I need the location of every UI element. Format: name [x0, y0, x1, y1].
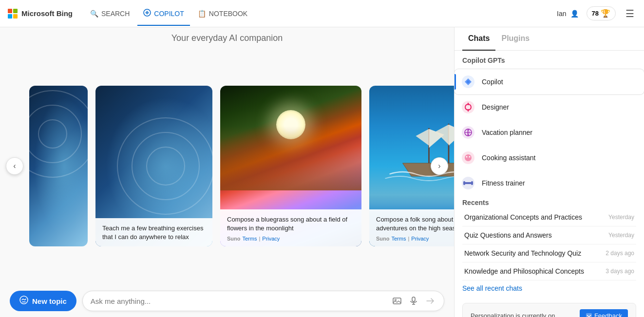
- svg-rect-5: [393, 298, 401, 304]
- gpt-copilot-label: Copilot: [482, 78, 503, 86]
- gpt-item-vacation[interactable]: Vacation planner: [455, 120, 644, 145]
- main-layout: Your everyday AI companion ‹: [0, 27, 644, 317]
- copilot-nav-icon: [143, 9, 151, 18]
- ship-privacy-link[interactable]: Privacy: [411, 236, 429, 242]
- svg-point-4: [20, 296, 28, 304]
- carousel-prev-button[interactable]: ‹: [6, 157, 23, 175]
- recent-item-netsec[interactable]: Network Security and Technology Quiz 2 d…: [462, 244, 636, 262]
- card-ship-text: Compose a folk song about legendary adve…: [376, 215, 454, 233]
- svg-rect-7: [412, 297, 415, 301]
- nav-notebook-label: NOTEBOOK: [209, 10, 247, 18]
- recent-org-time: Yesterday: [608, 214, 634, 221]
- nav-copilot-label: COPILOT: [154, 10, 184, 18]
- sidebar-tabs: Chats Plugins: [455, 27, 644, 51]
- flowers-privacy-link[interactable]: Privacy: [262, 236, 280, 242]
- card-flowers-overlay: Compose a bluegrass song about a field o…: [220, 209, 361, 246]
- carousel-track: Teach me a few breathing exercises that …: [0, 86, 454, 246]
- search-input[interactable]: [91, 297, 387, 305]
- nav-search-label: SEARCH: [101, 10, 130, 18]
- user-section: Ian 👤: [557, 10, 578, 18]
- header: Microsoft Bing 🔍 SEARCH COPILOT 📋 NOTEBO…: [0, 0, 644, 27]
- recent-item-quiz[interactable]: Quiz Questions and Answers Yesterday: [462, 226, 636, 244]
- card-ship-overlay: Compose a folk song about legendary adve…: [369, 209, 454, 246]
- fitness-gpt-icon: [460, 175, 476, 191]
- card-flowers[interactable]: Compose a bluegrass song about a field o…: [220, 86, 361, 246]
- image-input-button[interactable]: [391, 295, 403, 307]
- recent-item-org[interactable]: Organizational Concepts and Practices Ye…: [462, 208, 636, 226]
- svg-point-20: [466, 156, 468, 158]
- recent-netsec-time: 2 days ago: [606, 250, 634, 257]
- main-nav: 🔍 SEARCH COPILOT 📋 NOTEBOOK: [84, 5, 253, 22]
- recent-netsec-title: Network Security and Technology Quiz: [464, 249, 602, 257]
- gpt-item-designer[interactable]: Designer: [455, 94, 644, 120]
- points-badge[interactable]: 78 🏆: [587, 6, 616, 20]
- svg-point-12: [462, 101, 474, 113]
- card-ship-footer: Suno Terms | Privacy: [376, 236, 454, 242]
- new-topic-icon: [19, 296, 28, 306]
- cooking-gpt-icon: [460, 150, 476, 166]
- new-topic-label: New topic: [32, 297, 67, 305]
- copilot-gpts-title: Copilot GPTs: [462, 56, 636, 64]
- bottom-bar: New topic: [0, 285, 454, 317]
- svg-rect-23: [464, 182, 472, 184]
- search-input-container: [82, 291, 444, 311]
- content-area: Your everyday AI companion ‹: [0, 27, 454, 317]
- svg-point-11: [467, 80, 470, 83]
- copilot-gpt-icon: [460, 74, 476, 90]
- send-button[interactable]: [424, 295, 436, 307]
- carousel-next-button[interactable]: ›: [431, 157, 448, 175]
- sidebar: Chats Plugins Copilot GPTs Copilot: [454, 27, 644, 317]
- feedback-button[interactable]: Feedback: [580, 309, 628, 317]
- brand-logo[interactable]: Microsoft Bing: [8, 9, 73, 19]
- gpt-vacation-label: Vacation planner: [482, 129, 532, 136]
- recent-quiz-time: Yesterday: [608, 232, 634, 239]
- card-flowers-text: Compose a bluegrass song about a field o…: [227, 215, 355, 233]
- personalization-bar: Personalization is currently on Feedback: [462, 303, 636, 317]
- logo-green: [13, 9, 18, 13]
- nav-copilot[interactable]: COPILOT: [137, 5, 189, 22]
- gpt-fitness-label: Fitness trainer: [482, 179, 525, 187]
- username: Ian: [557, 10, 566, 18]
- brand-name: Microsoft Bing: [21, 9, 73, 18]
- suno-brand-flowers: Suno: [227, 236, 241, 242]
- copilot-gpts-section: Copilot GPTs: [455, 51, 644, 69]
- new-topic-button[interactable]: New topic: [10, 291, 76, 311]
- svg-rect-25: [471, 181, 473, 185]
- nav-notebook[interactable]: 📋 NOTEBOOK: [192, 6, 253, 21]
- see-all-chats-link[interactable]: See all recent chats: [462, 280, 636, 296]
- gpt-item-copilot[interactable]: Copilot: [455, 69, 644, 94]
- microphone-button[interactable]: [408, 295, 419, 307]
- tab-chats[interactable]: Chats: [462, 27, 495, 51]
- recents-section: Recents Organizational Concepts and Prac…: [455, 196, 644, 299]
- gpt-cooking-label: Cooking assistant: [482, 154, 536, 162]
- feedback-label: Feedback: [594, 312, 622, 317]
- logo-blue: [8, 14, 12, 19]
- card-breathing[interactable]: Teach me a few breathing exercises that …: [95, 86, 212, 246]
- card-partial-left[interactable]: [29, 86, 88, 246]
- logo-yellow: [13, 14, 18, 19]
- gpt-item-cooking[interactable]: Cooking assistant: [455, 145, 644, 170]
- logo-red: [8, 9, 12, 13]
- gpt-item-fitness[interactable]: Fitness trainer: [455, 170, 644, 196]
- menu-icon[interactable]: ☰: [624, 6, 636, 21]
- nav-search[interactable]: 🔍 SEARCH: [84, 6, 135, 21]
- header-right: Ian 👤 78 🏆 ☰: [557, 6, 636, 21]
- svg-rect-24: [463, 181, 465, 185]
- recents-title: Recents: [462, 199, 636, 206]
- points-value: 78: [592, 10, 599, 17]
- notebook-nav-icon: 📋: [198, 10, 206, 18]
- tab-plugins[interactable]: Plugins: [495, 27, 535, 51]
- personalization-text: Personalization is currently on: [471, 312, 555, 317]
- recent-quiz-title: Quiz Questions and Answers: [464, 231, 605, 239]
- ship-terms-link[interactable]: Terms: [392, 236, 406, 242]
- flowers-terms-link[interactable]: Terms: [243, 236, 257, 242]
- recent-knowledge-time: 3 days ago: [606, 268, 634, 275]
- designer-gpt-icon: [460, 99, 476, 115]
- carousel: ‹: [0, 47, 454, 285]
- vacation-gpt-icon: [460, 125, 476, 140]
- search-nav-icon: 🔍: [90, 10, 98, 18]
- microsoft-logo: [8, 9, 18, 19]
- svg-point-19: [465, 154, 472, 161]
- subtitle: Your everyday AI companion: [0, 27, 454, 47]
- recent-item-knowledge[interactable]: Knowledge and Philosophical Concepts 3 d…: [462, 262, 636, 280]
